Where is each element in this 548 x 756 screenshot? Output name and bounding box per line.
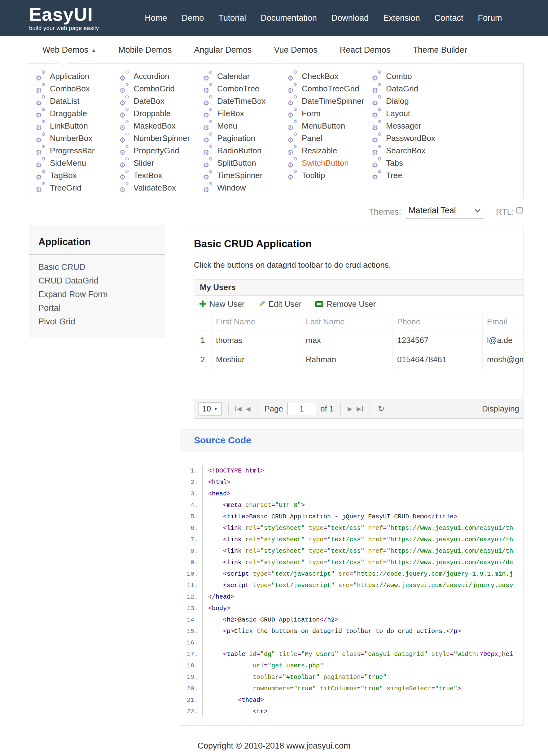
column-header-phone[interactable]: Phone — [393, 313, 483, 331]
menu-item-resizable[interactable]: ⚙⚙Resizable — [287, 144, 372, 157]
menu-item-linkbutton[interactable]: ⚙⚙LinkButton — [36, 120, 119, 132]
logo[interactable]: EasyUI build your web page easily — [29, 5, 99, 32]
gear-icon: ⚙ — [125, 69, 129, 75]
remove-user-button[interactable]: Remove User — [315, 299, 376, 309]
menu-item-searchbox[interactable]: ⚙⚙SearchBox — [372, 144, 496, 157]
subnav-item-theme-builder[interactable]: Theme Builder — [413, 45, 467, 55]
menu-item-textbox[interactable]: ⚙⚙TextBox — [119, 169, 203, 182]
nav-item-forum[interactable]: Forum — [478, 13, 502, 23]
gear-icon: ⚙ — [42, 94, 46, 100]
menu-item-datetimebox[interactable]: ⚙⚙DateTimeBox — [203, 95, 287, 107]
menu-item-tagbox[interactable]: ⚙⚙TagBox — [36, 169, 119, 182]
code-token — [208, 582, 223, 589]
new-user-button[interactable]: ✚New User — [199, 299, 245, 309]
source-code-header[interactable]: Source Code — [180, 429, 523, 451]
column-header-first-name[interactable]: First Name — [212, 313, 301, 331]
menu-item-datalist[interactable]: ⚙⚙DataList — [36, 95, 119, 107]
prev-page-button[interactable]: ◀ — [246, 405, 251, 412]
table-row[interactable]: 2MoshiurRahman01546478461mosh@gma — [194, 350, 523, 369]
nav-item-home[interactable]: Home — [145, 13, 167, 23]
sidebar-item-portal[interactable]: Portal — [38, 304, 156, 312]
code-token: = — [361, 651, 364, 658]
nav-item-contact[interactable]: Contact — [435, 13, 463, 23]
menu-item-combotreegrid[interactable]: ⚙⚙ComboTreeGrid — [287, 82, 372, 95]
menu-item-numberbox[interactable]: ⚙⚙NumberBox — [36, 132, 119, 144]
menu-item-timespinner[interactable]: ⚙⚙TimeSpinner — [203, 169, 287, 182]
menu-item-application[interactable]: ⚙⚙Application — [36, 70, 119, 82]
nav-item-tutorial[interactable]: Tutorial — [218, 13, 246, 23]
menu-item-datebox[interactable]: ⚙⚙DateBox — [119, 95, 203, 107]
menu-item-tree[interactable]: ⚙⚙Tree — [372, 169, 496, 182]
gears-icon: ⚙⚙ — [119, 183, 130, 193]
first-page-button[interactable]: ◀ — [235, 405, 242, 412]
nav-item-documentation[interactable]: Documentation — [261, 13, 317, 23]
menu-item-datetimespinner[interactable]: ⚙⚙DateTimeSpinner — [287, 95, 372, 107]
last-page-button[interactable]: ▶ — [357, 405, 363, 412]
nav-item-extension[interactable]: Extension — [383, 13, 420, 23]
menu-item-maskedbox[interactable]: ⚙⚙MaskedBox — [119, 120, 203, 132]
menu-item-combobox[interactable]: ⚙⚙ComboBox — [36, 82, 119, 95]
menu-item-draggable[interactable]: ⚙⚙Draggable — [36, 107, 119, 120]
theme-select[interactable]: Material Teal — [406, 205, 484, 219]
menu-item-window[interactable]: ⚙⚙Window — [203, 182, 287, 194]
code-token: "stylesheet" — [260, 525, 305, 532]
subnav-item-mobile-demos[interactable]: Mobile Demos — [118, 45, 172, 55]
menu-item-combo[interactable]: ⚙⚙Combo — [372, 70, 496, 82]
menu-item-pagination[interactable]: ⚙⚙Pagination — [203, 132, 287, 144]
table-row[interactable]: 1thomasmax1234567l@a.de — [194, 331, 523, 350]
menu-item-passwordbox[interactable]: ⚙⚙PasswordBox — [372, 132, 496, 144]
menu-item-form[interactable]: ⚙⚙Form — [287, 107, 372, 120]
menu-item-checkbox[interactable]: ⚙⚙CheckBox — [287, 70, 372, 82]
code-token: rel — [245, 536, 256, 543]
code-token: thead — [242, 697, 260, 704]
menu-item-radiobutton[interactable]: ⚙⚙RadioButton — [203, 144, 287, 157]
subnav-item-react-demos[interactable]: React Demos — [340, 45, 391, 55]
next-page-button[interactable]: ▶ — [348, 405, 352, 412]
menu-item-validatebox[interactable]: ⚙⚙ValidateBox — [119, 182, 203, 194]
menu-item-calendar[interactable]: ⚙⚙Calendar — [203, 70, 287, 82]
line-number-separator — [202, 614, 203, 626]
gear-icon: ⚙ — [42, 82, 46, 87]
sidebar-item-crud-datagrid[interactable]: CRUD DataGrid — [38, 276, 156, 285]
menu-item-treegrid[interactable]: ⚙⚙TreeGrid — [36, 182, 119, 194]
nav-item-download[interactable]: Download — [331, 13, 369, 23]
menu-item-combogrid[interactable]: ⚙⚙ComboGrid — [119, 82, 203, 95]
subnav-item-angular-demos[interactable]: Angular Demos — [194, 45, 252, 55]
subnav-item-web-demos[interactable]: Web Demos▲ — [42, 45, 96, 55]
menu-item-numberspinner[interactable]: ⚙⚙NumberSpinner — [119, 132, 203, 144]
menu-item-propertygrid[interactable]: ⚙⚙PropertyGrid — [119, 144, 203, 157]
gear-icon: ⚙ — [209, 156, 213, 162]
menu-item-tooltip[interactable]: ⚙⚙Tooltip — [287, 169, 372, 182]
code-token: > — [301, 502, 305, 509]
menu-item-splitbutton[interactable]: ⚙⚙SplitButton — [203, 157, 287, 169]
menu-item-messager[interactable]: ⚙⚙Messager — [372, 120, 496, 132]
menu-item-accordion[interactable]: ⚙⚙Accordion — [119, 70, 203, 82]
column-header-last-name[interactable]: Last Name — [301, 313, 393, 331]
column-header-email[interactable]: Email — [483, 313, 523, 331]
sidebar-item-pivot-grid[interactable]: Pivot Grid — [38, 317, 156, 326]
menu-item-menubutton[interactable]: ⚙⚙MenuButton — [287, 120, 372, 132]
page-size-select[interactable]: 10 ▼ — [199, 402, 221, 415]
menu-item-switchbutton[interactable]: ⚙⚙SwitchButton — [287, 157, 372, 169]
menu-item-menu[interactable]: ⚙⚙Menu — [203, 120, 287, 132]
menu-item-droppable[interactable]: ⚙⚙Droppable — [119, 107, 203, 120]
subnav-item-label: Theme Builder — [413, 45, 467, 55]
sidebar-item-expand-row-form[interactable]: Expand Row Form — [38, 290, 156, 299]
menu-item-dialog[interactable]: ⚙⚙Dialog — [372, 95, 496, 107]
refresh-icon[interactable]: ↻ — [378, 404, 385, 414]
nav-item-demo[interactable]: Demo — [182, 13, 204, 23]
menu-item-layout[interactable]: ⚙⚙Layout — [372, 107, 496, 120]
menu-item-filebox[interactable]: ⚙⚙FileBox — [203, 107, 287, 120]
menu-item-combotree[interactable]: ⚙⚙ComboTree — [203, 82, 287, 95]
rtl-checkbox[interactable] — [516, 207, 523, 213]
menu-item-slider[interactable]: ⚙⚙Slider — [119, 157, 203, 169]
menu-item-tabs[interactable]: ⚙⚙Tabs — [372, 157, 496, 169]
menu-item-datagrid[interactable]: ⚙⚙DataGrid — [372, 82, 496, 95]
page-number-input[interactable] — [287, 403, 316, 415]
menu-item-sidemenu[interactable]: ⚙⚙SideMenu — [36, 157, 119, 169]
edit-user-button[interactable]: ✎Edit User — [258, 299, 302, 309]
menu-item-progressbar[interactable]: ⚙⚙ProgressBar — [36, 144, 119, 157]
sidebar-item-basic-crud[interactable]: Basic CRUD — [38, 263, 156, 271]
subnav-item-vue-demos[interactable]: Vue Demos — [274, 45, 318, 55]
menu-item-panel[interactable]: ⚙⚙Panel — [287, 132, 372, 144]
